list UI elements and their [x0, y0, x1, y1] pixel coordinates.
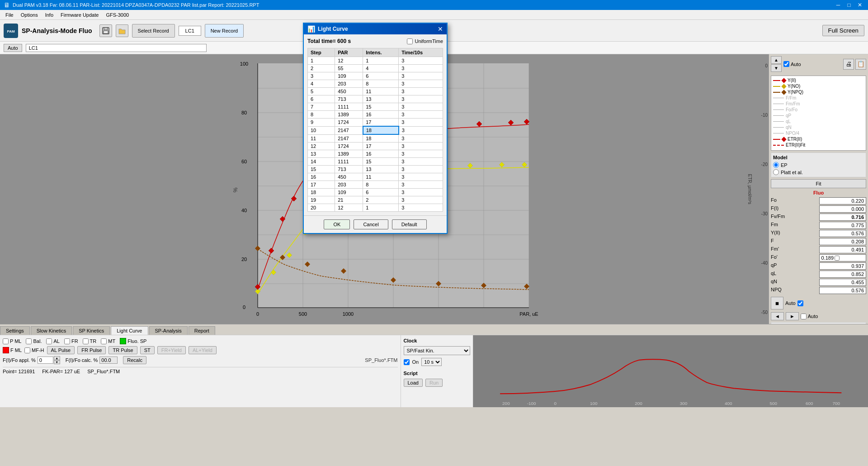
fo-appl-up[interactable]: ▲	[54, 356, 60, 360]
fo-appl-down[interactable]: ▼	[54, 360, 60, 364]
fr-checkbox[interactable]	[64, 338, 70, 344]
calc-button[interactable]: ■	[771, 297, 783, 309]
menu-gfs[interactable]: GFS-3000	[102, 11, 132, 19]
pml-label: P ML	[10, 338, 21, 344]
recalc-button[interactable]: Recalc	[123, 356, 146, 364]
export-button[interactable]: 📋	[855, 59, 866, 70]
dialog-default-button[interactable]: Default	[392, 219, 427, 229]
auto-calc-checkbox[interactable]	[797, 300, 803, 306]
fo-appl-input[interactable]	[38, 357, 53, 364]
table-row: 141111153	[308, 158, 443, 166]
load-button[interactable]: Load	[404, 379, 423, 387]
al-yield-button[interactable]: AL+Yield	[189, 346, 217, 354]
dialog-ok-button[interactable]: OK	[324, 219, 350, 229]
fo-row: F(I)/Fo appl. % ▲ ▼ F(I)/Fo calc. % Reca…	[3, 356, 398, 364]
svg-text:0: 0	[256, 311, 259, 317]
menu-options[interactable]: Options	[17, 11, 42, 19]
print-button[interactable]: 🖨	[843, 59, 854, 70]
cell-time: 3	[399, 119, 443, 127]
mfh-checkbox[interactable]	[24, 347, 30, 353]
tab-slow-kinetics[interactable]: Slow Kinetics	[31, 326, 72, 335]
tab-light-curve[interactable]: Light Curve	[111, 326, 148, 335]
clock-interval-select[interactable]: 10 s 30 s 60 s	[421, 358, 442, 366]
auto-label-calc: Auto	[785, 300, 796, 306]
cell-intens: 1	[363, 204, 399, 212]
tab-sp-analysis[interactable]: SP-Analysis	[149, 326, 188, 335]
save-icon-button[interactable]	[99, 24, 112, 37]
col-intens: Intens.	[363, 48, 399, 57]
chart-down-button[interactable]: ▼	[771, 64, 782, 72]
auto-nav-checkbox[interactable]	[801, 314, 807, 319]
model-platt-radio[interactable]	[773, 169, 779, 175]
foprime-checkbox[interactable]	[835, 256, 840, 261]
cell-intens: 17	[363, 119, 399, 127]
fr-pulse-button[interactable]: FR Pulse	[77, 346, 106, 354]
model-ep-label: EP	[781, 162, 788, 168]
cell-intens: 8	[363, 181, 399, 189]
clock-on-checkbox[interactable]	[404, 359, 410, 365]
lc-indicator: LC1	[179, 26, 201, 36]
qp-value: 0.937	[819, 262, 867, 270]
fluosp-label: Fluo. SP	[127, 338, 146, 344]
menu-bar: File Options Info Firmware Update GFS-30…	[0, 10, 868, 20]
button-row-2: F ML MF-H AL Pulse FR Pulse TR Pulse ST …	[3, 346, 398, 354]
cell-par: 2147	[335, 126, 363, 134]
tr-checkbox[interactable]	[83, 338, 89, 344]
tr-label: TR	[90, 338, 97, 344]
clock-type-select[interactable]: SP/Fast Kin.	[404, 346, 470, 355]
cell-time: 3	[399, 196, 443, 204]
svg-text:1000: 1000	[343, 311, 354, 317]
fvfm-label: Fv/Fm	[771, 214, 818, 221]
cell-step: 3	[308, 72, 335, 80]
table-row: 1810963	[308, 189, 443, 196]
mt-checkbox[interactable]	[101, 338, 107, 344]
table-row: 121724173	[308, 143, 443, 150]
maximize-button[interactable]: □	[844, 1, 854, 9]
cell-time: 3	[399, 143, 443, 150]
clock-section: Clock SP/Fast Kin. On 10 s 30 s 60 s Scr…	[401, 335, 473, 407]
dialog-cancel-button[interactable]: Cancel	[354, 219, 388, 229]
fr-yield-button[interactable]: FR+Yield	[157, 346, 186, 354]
cell-intens: 6	[363, 72, 399, 80]
bal-checkbox[interactable]	[26, 338, 32, 344]
prev-chart-button[interactable]: ◄	[771, 312, 784, 320]
chart-up-button[interactable]: ▲	[771, 56, 782, 64]
cell-par: 203	[335, 181, 363, 189]
menu-firmware[interactable]: Firmware Update	[57, 11, 102, 19]
al-pulse-button[interactable]: AL Pulse	[47, 346, 75, 354]
ql-value: 0.852	[819, 271, 867, 278]
tab-settings[interactable]: Settings	[0, 326, 30, 335]
lc-input[interactable]	[26, 44, 207, 52]
light-curve-dialog[interactable]: 📊 Light Curve ✕ Total time= 600 s Unifor…	[303, 23, 448, 234]
menu-info[interactable]: Info	[42, 11, 57, 19]
tab-sp-kinetics[interactable]: SP Kinetics	[73, 326, 110, 335]
new-record-button[interactable]: New Record	[205, 24, 244, 38]
open-icon-button[interactable]	[116, 24, 128, 37]
svg-text:100: 100	[240, 61, 248, 67]
intens-input[interactable]	[366, 128, 380, 133]
pml-checkbox[interactable]	[3, 338, 9, 344]
uniform-time-checkbox[interactable]	[407, 38, 413, 44]
dialog-close-button[interactable]: ✕	[438, 25, 443, 33]
cell-intens: 15	[363, 158, 399, 166]
fit-button[interactable]: Fit	[771, 179, 866, 188]
minimize-button[interactable]: ─	[834, 1, 843, 9]
run-button[interactable]: Run	[425, 379, 443, 387]
legend-yno: Y(NO)	[788, 84, 800, 89]
legend-etriifit: ETR(II)Fit	[786, 143, 805, 147]
yii-value: 0.576	[819, 230, 867, 237]
next-chart-button[interactable]: ►	[786, 312, 799, 320]
st-button[interactable]: ST	[140, 346, 155, 354]
al-checkbox[interactable]	[46, 338, 52, 344]
cell-par: 1724	[335, 119, 363, 127]
tr-pulse-button[interactable]: TR Pulse	[108, 346, 137, 354]
menu-file[interactable]: File	[2, 11, 17, 19]
close-button[interactable]: ✕	[855, 1, 864, 9]
fullscreen-button[interactable]: Full Screen	[822, 25, 864, 36]
select-record-button[interactable]: Select Record	[132, 24, 175, 38]
tab-report[interactable]: Report	[189, 326, 215, 335]
auto-checkbox-right[interactable]	[783, 61, 789, 67]
model-ep-radio[interactable]	[773, 162, 779, 168]
svg-text:300: 300	[679, 401, 687, 406]
cell-par: 713	[335, 95, 363, 103]
